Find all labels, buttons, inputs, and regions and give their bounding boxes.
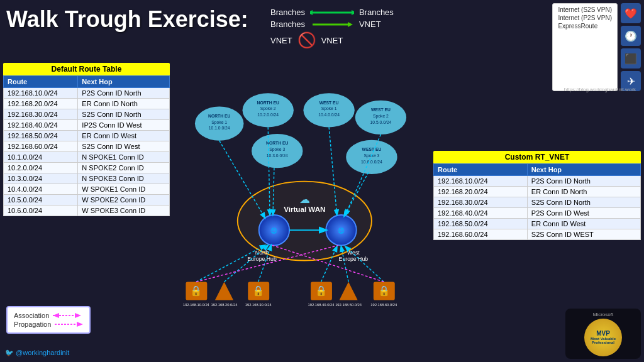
diagram-svg: Virtual WAN ☁ 🌐 🌐 North Europe Hub West …: [173, 57, 430, 331]
route-cell: 10.3.0.0/24: [4, 173, 78, 184]
branch3-label: 192.168.30.0/24: [245, 303, 272, 307]
right-table-col-nexthop: Next Hop: [527, 164, 640, 176]
connection-legend-box: Internet (S2S VPN) Internet (P2S VPN) Ex…: [552, 3, 618, 91]
table-row: 10.6.0.0/24W SPOKE3 Conn ID: [4, 206, 170, 216]
legend-label-right-2: VNET: [359, 19, 381, 29]
route-cell: 192.168.60.0/24: [4, 141, 78, 152]
svg-marker-6: [75, 313, 81, 318]
table-row: 192.168.50.0/24ER Conn ID West: [434, 219, 641, 229]
twitter-handle: 🐦 @workinghardinit: [5, 349, 69, 357]
west-hub-icon: 🌐: [338, 227, 345, 234]
propagation-row: Propagation: [14, 321, 83, 328]
neu-spoke2-ip: 10.2.0.0/24: [257, 112, 279, 117]
weu-spoke1-label2: Spoke 1: [321, 106, 337, 111]
page-title: Walk Trough Exercise:: [6, 6, 248, 33]
nexthop-cell: ER Conn ID West: [78, 131, 170, 141]
virtual-wan-icon: ☁: [299, 193, 310, 206]
weu-spoke3-ip: 10.6.0.0/24: [361, 160, 382, 164]
nexthop-cell: W SPOKE2 Conn ID: [78, 195, 170, 206]
route-cell: 192.168.60.0/24: [434, 229, 528, 240]
table-row: 192.168.50.0/24ER Conn ID West: [4, 131, 170, 141]
internet-p2s-label: Internet (P2S VPN): [558, 14, 612, 21]
top-right-panel: Internet (S2S VPN) Internet (P2S VPN) Ex…: [552, 3, 641, 91]
nexthop-cell: P2S Conn ID North: [78, 88, 170, 99]
west-hub-label: West: [347, 250, 360, 256]
branch6-label: 192.168.60.0/24: [370, 303, 397, 307]
legend-label-left-2: Branches: [270, 19, 305, 29]
expressroute-label: ExpressRoute: [558, 23, 612, 30]
weu-spoke2-ip: 10.5.0.0/24: [370, 120, 392, 124]
route-cell: 192.168.10.0/24: [434, 176, 528, 187]
table-row: 10.2.0.0/24N SPOKE2 Conn ID: [4, 163, 170, 173]
weu-spoke1-label: WEST EU: [319, 101, 339, 105]
table-row: 10.5.0.0/24W SPOKE2 Conn ID: [4, 195, 170, 206]
legend-label-left-3: VNET: [270, 36, 292, 45]
table-row: 192.168.10.0/24P2S Conn ID North: [4, 88, 170, 99]
svg-marker-4: [348, 22, 353, 27]
layers-icon-btn[interactable]: ⬛: [621, 48, 641, 69]
table-row: 192.168.20.0/24ER Conn ID North: [434, 187, 641, 197]
neu-spoke2-label: NORTH EU: [257, 101, 279, 105]
branch6-vpn-symbol: 🔒: [378, 285, 391, 297]
weu-spoke2-label2: Spoke 2: [373, 114, 389, 119]
nexthop-cell: N SPOKE2 Conn ID: [78, 163, 170, 173]
heart-icon-btn[interactable]: ❤️: [621, 3, 641, 23]
table-row: 192.168.30.0/24S2S Conn ID North: [434, 197, 641, 208]
svg-marker-9: [77, 322, 83, 327]
nexthop-cell: W SPOKE3 Conn ID: [78, 206, 170, 216]
branch4-label: 192.168.40.0/24: [308, 303, 335, 307]
nexthop-cell: S2S Conn ID WEST: [527, 229, 640, 240]
weu-spoke3-label: WEST EU: [362, 147, 382, 151]
svg-marker-7: [53, 313, 59, 318]
route-cell: 10.4.0.0/24: [4, 184, 78, 195]
route-cell: 192.168.10.0/24: [4, 88, 78, 99]
left-table-title: Default Route Table: [3, 63, 170, 75]
route-cell: 192.168.50.0/24: [4, 131, 78, 141]
nexthop-cell: IP2S Conn ID West: [78, 120, 170, 131]
neu-spoke3-label2: Spoke 3: [269, 147, 285, 152]
route-cell: 192.168.40.0/24: [4, 120, 78, 131]
branch3-vpn-symbol: 🔒: [252, 285, 265, 297]
table-row: 192.168.10.0/24P2S Conn ID North: [434, 176, 641, 187]
north-hub-icon: 🌐: [270, 227, 277, 234]
clock-icon-btn[interactable]: 🕐: [621, 26, 641, 46]
mvp-sublabel: Most ValuableProfessional: [591, 337, 616, 344]
mvp-area: Microsoft MVP Most ValuableProfessional: [565, 309, 641, 359]
route-cell: 192.168.20.0/24: [4, 99, 78, 109]
default-route-table: Default Route Table Route Next Hop 192.1…: [3, 63, 170, 216]
route-cell: 192.168.50.0/24: [434, 219, 528, 229]
branch5-er-triangle: [340, 282, 358, 300]
virtual-wan-label: Virtual WAN: [284, 205, 325, 213]
table-row: 192.168.40.0/24IP2S Conn ID West: [4, 120, 170, 131]
legend: Branches Branches Branches VNET VNET 🚫 V…: [270, 8, 394, 49]
route-cell: 192.168.20.0/24: [434, 187, 528, 197]
branch1-vpn-symbol: 🔒: [190, 285, 203, 297]
table-row: 192.168.40.0/24P2S Conn ID West: [434, 208, 641, 219]
mvp-label: MVP: [596, 330, 610, 337]
branch2-label: 192.168.20.0/24: [211, 303, 238, 307]
left-table-col-nexthop: Next Hop: [78, 76, 170, 88]
table-row: 10.4.0.0/24W SPOKE1 Conn ID: [4, 184, 170, 195]
icon-buttons: ❤️ 🕐 ⬛ ✈: [621, 3, 641, 91]
internet-s2s-label: Internet (S2S VPN): [558, 6, 612, 13]
table-row: 192.168.60.0/24S2S Conn ID WEST: [434, 229, 641, 240]
route-cell: 192.168.30.0/24: [434, 197, 528, 208]
table-row: 192.168.30.0/24S2S Conn ID North: [4, 109, 170, 120]
nexthop-cell: P2S Conn ID West: [527, 208, 640, 219]
neu-spoke2-label2: Spoke 2: [260, 106, 276, 111]
weu-spoke2-label: WEST EU: [371, 107, 391, 112]
table-row: 10.1.0.0/24N SPOKE1 Conn ID: [4, 152, 170, 163]
association-label: Association: [14, 312, 49, 319]
right-table: Route Next Hop 192.168.10.0/24P2S Conn I…: [433, 163, 641, 240]
mvp-badge: MVP Most ValuableProfessional: [584, 319, 622, 356]
b1-to-northhub: [196, 245, 265, 282]
neu-spoke1-label2: Spoke 1: [211, 120, 227, 125]
legend-item-branches-vnet: Branches VNET: [270, 19, 394, 29]
route-cell: 10.2.0.0/24: [4, 163, 78, 173]
nexthop-cell: ER Conn ID North: [527, 187, 640, 197]
table-row: 192.168.60.0/24S2S Conn ID West: [4, 141, 170, 152]
custom-rt-vnet-table: Custom RT_VNET Route Next Hop 192.168.10…: [433, 151, 641, 240]
blog-url: https://blog.workinghardinit.work: [564, 87, 636, 92]
mvp-text: Microsoft: [593, 312, 613, 317]
association-row: Association: [14, 312, 83, 319]
